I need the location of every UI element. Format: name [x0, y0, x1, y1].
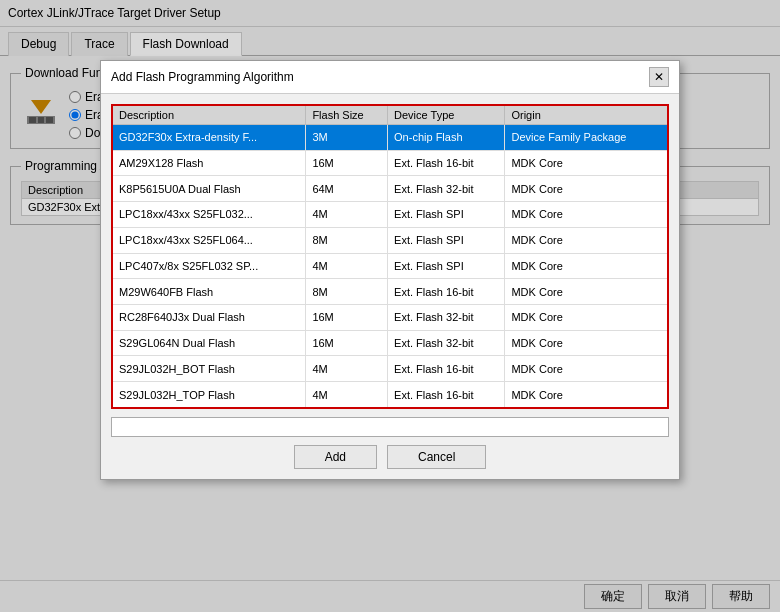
- algo-row-description: S29JL032H_TOP Flash: [112, 382, 306, 408]
- cancel-button[interactable]: Cancel: [387, 445, 486, 469]
- algo-row-origin: MDK Core: [505, 150, 668, 176]
- algo-row-deviceType: Ext. Flash SPI: [388, 253, 505, 279]
- path-input[interactable]: [111, 417, 669, 437]
- algo-table: Description Flash Size Device Type Origi…: [111, 104, 669, 409]
- algo-row-flashSize: 8M: [306, 279, 388, 305]
- algo-col-devicetype: Device Type: [388, 105, 505, 125]
- algo-row-origin: MDK Core: [505, 176, 668, 202]
- algo-row-description: AM29X128 Flash: [112, 150, 306, 176]
- algo-col-flashsize: Flash Size: [306, 105, 388, 125]
- algo-row-deviceType: Ext. Flash 32-bit: [388, 176, 505, 202]
- algo-row-description: LPC407x/8x S25FL032 SP...: [112, 253, 306, 279]
- algo-table-row[interactable]: S29JL032H_BOT Flash4MExt. Flash 16-bitMD…: [112, 356, 668, 382]
- algo-table-row[interactable]: RC28F640J3x Dual Flash16MExt. Flash 32-b…: [112, 304, 668, 330]
- algo-row-flashSize: 64M: [306, 176, 388, 202]
- algo-table-row[interactable]: AM29X128 Flash16MExt. Flash 16-bitMDK Co…: [112, 150, 668, 176]
- add-button[interactable]: Add: [294, 445, 377, 469]
- algo-row-deviceType: Ext. Flash SPI: [388, 227, 505, 253]
- algo-table-row[interactable]: M29W640FB Flash8MExt. Flash 16-bitMDK Co…: [112, 279, 668, 305]
- algo-row-origin: MDK Core: [505, 382, 668, 408]
- modal-buttons: Add Cancel: [111, 445, 669, 469]
- algo-row-origin: MDK Core: [505, 330, 668, 356]
- algo-table-row[interactable]: S29JL032H_TOP Flash4MExt. Flash 16-bitMD…: [112, 382, 668, 408]
- algo-table-row[interactable]: K8P5615U0A Dual Flash64MExt. Flash 32-bi…: [112, 176, 668, 202]
- modal-title: Add Flash Programming Algorithm: [111, 70, 294, 84]
- algo-row-description: S29JL032H_BOT Flash: [112, 356, 306, 382]
- algo-row-description: S29GL064N Dual Flash: [112, 330, 306, 356]
- algo-row-description: RC28F640J3x Dual Flash: [112, 304, 306, 330]
- algo-table-row[interactable]: LPC18xx/43xx S25FL064...8MExt. Flash SPI…: [112, 227, 668, 253]
- algo-row-deviceType: Ext. Flash 16-bit: [388, 382, 505, 408]
- algo-row-origin: MDK Core: [505, 202, 668, 228]
- algo-row-flashSize: 4M: [306, 356, 388, 382]
- algo-table-row[interactable]: GD32F30x Extra-density F...3MOn-chip Fla…: [112, 125, 668, 151]
- algo-row-deviceType: Ext. Flash SPI: [388, 202, 505, 228]
- algo-row-flashSize: 16M: [306, 150, 388, 176]
- algo-row-origin: MDK Core: [505, 356, 668, 382]
- algo-row-origin: MDK Core: [505, 279, 668, 305]
- algo-row-description: M29W640FB Flash: [112, 279, 306, 305]
- algo-table-row[interactable]: LPC407x/8x S25FL032 SP...4MExt. Flash SP…: [112, 253, 668, 279]
- algo-row-origin: MDK Core: [505, 227, 668, 253]
- algo-row-deviceType: On-chip Flash: [388, 125, 505, 151]
- algo-row-flashSize: 4M: [306, 253, 388, 279]
- algo-row-description: K8P5615U0A Dual Flash: [112, 176, 306, 202]
- algo-row-description: LPC18xx/43xx S25FL064...: [112, 227, 306, 253]
- algo-row-flashSize: 16M: [306, 304, 388, 330]
- algo-row-deviceType: Ext. Flash 16-bit: [388, 150, 505, 176]
- modal-overlay: Add Flash Programming Algorithm ✕ Descri…: [0, 0, 780, 612]
- modal-footer-area: Add Cancel: [111, 417, 669, 469]
- modal-close-button[interactable]: ✕: [649, 67, 669, 87]
- modal-body: Description Flash Size Device Type Origi…: [101, 94, 679, 479]
- algo-row-flashSize: 8M: [306, 227, 388, 253]
- algo-row-description: GD32F30x Extra-density F...: [112, 125, 306, 151]
- algo-row-deviceType: Ext. Flash 32-bit: [388, 330, 505, 356]
- algo-row-deviceType: Ext. Flash 16-bit: [388, 356, 505, 382]
- algo-row-deviceType: Ext. Flash 16-bit: [388, 279, 505, 305]
- algo-row-flashSize: 3M: [306, 125, 388, 151]
- algo-table-row[interactable]: S29GL064N Dual Flash16MExt. Flash 32-bit…: [112, 330, 668, 356]
- algo-row-description: LPC18xx/43xx S25FL032...: [112, 202, 306, 228]
- add-flash-algorithm-dialog: Add Flash Programming Algorithm ✕ Descri…: [100, 60, 680, 480]
- algo-row-origin: MDK Core: [505, 304, 668, 330]
- algo-col-origin: Origin: [505, 105, 668, 125]
- algo-row-deviceType: Ext. Flash 32-bit: [388, 304, 505, 330]
- algo-row-flashSize: 4M: [306, 202, 388, 228]
- algo-table-row[interactable]: LPC18xx/43xx S25FL032...4MExt. Flash SPI…: [112, 202, 668, 228]
- algo-col-description: Description: [112, 105, 306, 125]
- algo-row-origin: MDK Core: [505, 253, 668, 279]
- algo-row-flashSize: 4M: [306, 382, 388, 408]
- algo-row-origin: Device Family Package: [505, 125, 668, 151]
- algo-row-flashSize: 16M: [306, 330, 388, 356]
- modal-titlebar: Add Flash Programming Algorithm ✕: [101, 61, 679, 94]
